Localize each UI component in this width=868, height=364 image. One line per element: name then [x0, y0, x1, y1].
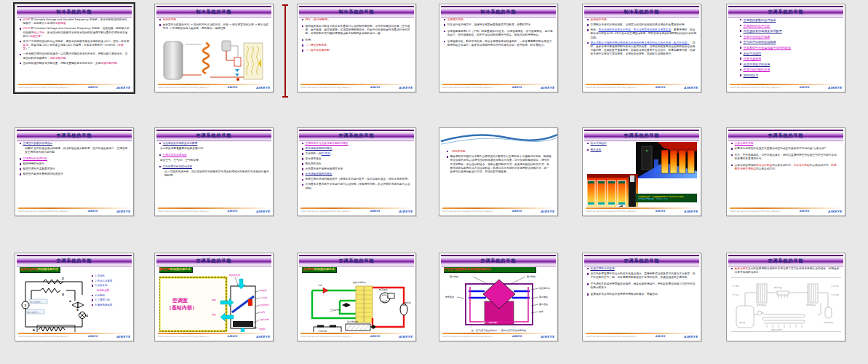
bullet-item: 1 压缩机 — [92, 274, 130, 278]
text-run: 由于广泛使用的压缩机为交流电机，需改变供电频率来改变电机转速 (DC)，国外一般… — [23, 40, 130, 43]
slide-thumbnail-9[interactable]: 空调系统的节能 空调系统中冷热媒传输中能耗的降低风系统输送能耗的降低先进风机（如… — [297, 127, 416, 216]
diagram-label-chip: 水冷机组 的自然冷却方式 — [302, 267, 337, 273]
bullet-item: 冷凝温度过低，影响节流供液：风冷冷凝器采用变转速风机，一般冬季需要控制冷凝压力保… — [444, 40, 554, 48]
text-run: 4 膨胀阀 — [95, 294, 105, 297]
text-run: 改善气流组织 — [591, 142, 607, 145]
slide-title: 制冷系统的节能 — [584, 7, 699, 15]
text-run: 置换送风 — [591, 149, 602, 151]
bullet-item: 改善气流组织 — [587, 142, 631, 146]
bullet-item: VVVF 即 Variable Voltage and Variable Fre… — [20, 18, 130, 26]
slide-thumbnail-7[interactable]: 空调系统的节能 空调室内参数的合理设定供暖时 室内外温差值大耗能高；供冷时温差值… — [15, 127, 134, 216]
svg-text:风机: 风机 — [539, 310, 544, 313]
bullet-marker — [302, 153, 303, 154]
slide-thumbnail-8[interactable]: 空调系统的节能 冷热源设备的选择及优化配置冷水机组选型最重要的性能参数COP空调… — [154, 127, 274, 216]
slide-body: 冷凝器的节能日常运行维护保养中，应保持冷凝器表面及盘管清洁畅通，必要时清洗。冷凝… — [444, 18, 554, 83]
diagram-label-chip: 基站空调 的自然冷却方式 — [159, 267, 193, 273]
slide-title: 空调系统的节能 — [299, 131, 414, 139]
bullet-marker — [20, 143, 21, 144]
svg-text:压缩机: 压缩机 — [405, 301, 411, 304]
bullet-item: 改善气流组织 — [740, 52, 841, 56]
bullet-item: 置换送风 — [587, 149, 631, 152]
airsys-logo: AIRSYS — [684, 335, 698, 339]
slide-thumbnail-2[interactable]: 制冷系统的节能 系统的节能：蒸发器内冷媒吸热气化 → 压缩机内气态冷媒升压、升温… — [154, 4, 274, 92]
thermal-caption-box: 机柜进风温度：冷热通道隔离后27℃以内占绝大多数， 气流组织明显改善，节能18~… — [636, 194, 697, 202]
bullet-marker — [740, 52, 741, 54]
slide-thumbnail-1[interactable]: 制冷系统的节能 VVVF 即 Variable Voltage and Vari… — [15, 4, 134, 92]
svg-text:自然冷却盘管: 自然冷却盘管 — [353, 281, 366, 284]
svg-text:蒸发冷凝盘管: 蒸发冷凝盘管 — [771, 328, 783, 331]
slide-thumbnail-4[interactable]: 制冷系统的节能 冷凝器的节能日常运行维护保养中，应保持冷凝器表面及盘管清洁畅通，… — [439, 4, 558, 92]
bullet-marker — [740, 63, 741, 65]
text-run: 提高空调水系统的输送效率（提高水泵的运行效率，加大供回水温差，优化水系统管理） — [306, 178, 410, 181]
svg-text:新风排风阀: 新风排风阀 — [229, 274, 240, 277]
text-run: 冷热源设备的选择及优化配置 — [163, 142, 198, 145]
slide-body: 空调系统中冷热媒传输中能耗的降低风系统输送能耗的降低先进风机（如EC风机）加大送… — [302, 142, 412, 207]
text-run: 日常运行维护保养中，应保持冷凝器表面及盘管清洁畅通，必要时清洗。 — [447, 23, 533, 26]
text-run: 自然冷源的节能 — [735, 142, 754, 145]
text-run: 空气处理过程的区域选择 — [163, 165, 193, 168]
bullet-item: 风系统输送能耗的降低 — [302, 147, 412, 151]
bullet-marker — [20, 158, 21, 159]
diagram-label-chip: 风冷冷水机组 的自然冷却方法 — [20, 267, 60, 273]
slide-thumbnail-13[interactable]: 空调系统的节能 风冷冷水机组 的自然冷却方法 出水温度探头 回水温度探头 — [15, 253, 134, 341]
slide-title-bar: 制冷系统的节能 — [17, 6, 132, 17]
bullet-marker — [302, 163, 303, 165]
diagram-legend: 1 压缩机2 风冷式冷凝器3 自然冷却盘管换热器4 膨胀阀5 三通调节阀6 蒸发… — [92, 274, 130, 308]
slide-body: EEV （电子膨胀阀）根据蒸发器出口制冷剂状态变化量进行自动控制开度控制，工作获… — [302, 18, 412, 83]
slide-footer: AIRSYS Refrigeration Engineering Technol… — [442, 84, 554, 90]
slide-thumbnail-18[interactable]: 空调系统的节能 蒸发冷凝式冷水机组是把制冷循环中常规冷凝工艺与冷却塔系统相结合的… — [726, 253, 845, 341]
slide-thumbnail-11[interactable]: 空调系统的节能 改善气流组织置换送风 — [582, 127, 701, 216]
evaporative-condenser-diagram-frame: 冷水回水 冷水供水 蓄冷罐 板式换热器 喷淋装置 板式换热器 冷冻水出 冷冻水回… — [731, 277, 841, 332]
bullet-item: 由于广泛使用的压缩机为交流电机，需改变供电频率来改变电机转速 (DC)，国外一般… — [20, 40, 130, 52]
bullet-marker — [20, 19, 21, 20]
slide-title-bar: 空调系统的节能 — [17, 255, 132, 266]
bullet-item: 低温空调技术的应用 — [587, 267, 697, 271]
text-run: VRV的节能 — [452, 150, 465, 153]
slide-body: VVVF 即 Variable Voltage and Variable Fre… — [20, 18, 130, 83]
text-run: 空调方式的合理选择 — [163, 154, 187, 157]
bullet-marker — [159, 24, 161, 25]
svg-text:送风机: 送风机 — [259, 328, 266, 331]
slide-title: 制冷系统的节能 — [441, 7, 556, 15]
bullet-item: 空调自动控制的应用 — [740, 68, 841, 72]
text-run: VVVF — [23, 18, 31, 21]
air-to-air-heat-exchanger-diagram: 室外排风 室外新风 热交换芯体 室内回风 室内送风 风机 机柜（发热设备） 隔离… — [444, 274, 554, 328]
slide-thumbnail-17[interactable]: 空调系统的节能 低温空调技术的应用当空气处理装置中的冷水机组换热温差增大，直接膨… — [582, 253, 701, 341]
svg-text:回风: 回风 — [212, 298, 216, 301]
bullet-item: 供暖时 室内外温差值大耗能高；供冷时温差值大能耗高，室内外温差值越小，空调负荷及… — [20, 147, 130, 155]
svg-text:出水温度探头: 出水温度探头 — [31, 301, 42, 304]
slide-thumbnail-15[interactable]: 空调系统的节能 水冷机组 的自然冷却方式 — [297, 253, 416, 341]
text-run: 风冷冷水机组 — [756, 164, 772, 167]
bullet-item: 根据空调室内参数要求区分 — [20, 167, 130, 171]
bullet-item: 3 自然冷却 — [92, 284, 130, 288]
bullet-marker — [587, 283, 589, 285]
slide-thumbnail-14[interactable]: 空调系统的节能 基站空调 的自然冷却方式 空调室 （基站内部） — [154, 253, 274, 341]
caption-line-2: 气流组织明显改善，节能18~23% — [638, 198, 695, 201]
bullet-item: 热回收的节能 — [587, 18, 697, 22]
text-run: 蒸发器内冷媒吸热气化 → 压缩机内气态冷媒升压、升温 → 经冷凝器放热冷凝 → … — [163, 23, 268, 30]
bullet-item: 根据使用时间区分 — [20, 162, 130, 166]
bullet-marker — [20, 173, 21, 175]
svg-text:3: 3 — [62, 293, 64, 296]
bullet-marker — [92, 299, 93, 301]
slide-thumbnail-10[interactable]: VRV的节能随着高档写字楼与大中型办公建筑及IDC数据中心空调系统十分推崇VRV… — [439, 127, 558, 216]
footer-center-logo: AIRSYS — [88, 86, 97, 89]
text-run: 恒定不变 — [33, 31, 44, 34]
slide-body: 风冷冷水机组 的自然冷却方法 出水温度探头 回水温度探头 1 2 3 — [20, 267, 130, 332]
slide-thumbnail-6[interactable]: 空调系统的节能 空调室内参数的合理设定空调房间的合理分区冷热源设备的选择及优化配… — [726, 4, 845, 92]
slide-title: 空调系统的节能 — [728, 131, 843, 139]
slide-body: 空气/空气热交换机组的自然冷却方式 室外排风 室外新风 热交换芯体 室内回风 室… — [444, 267, 554, 332]
text-run: 冷凝温度过低，影响节流供液：风冷冷凝器采用变转速风机，一般冬季需要控制冷凝压力保… — [447, 40, 552, 47]
slide-thumbnail-16[interactable]: 空调系统的节能 空气/空气热交换机组的自然冷却方式 室外排风 室外新风 热交换芯… — [439, 253, 558, 341]
text-run: 空调自动控制的应用 — [744, 68, 771, 71]
bullet-item: 盘管换热器 — [92, 289, 130, 293]
svg-text:冷却水池: 冷却水池 — [318, 330, 327, 333]
slide-thumbnail-5[interactable]: 制冷系统的节能 热回收的节能空调制冷系统的冷凝热回收，冷凝器冷却过程热回收也是冷… — [582, 4, 701, 92]
svg-text:回风机: 回风机 — [260, 289, 267, 292]
slide-thumbnail-12[interactable]: 空调系统的节能 自然冷源的节能冬季充分利用室外低温空气直接冷却室内或室内设备的方… — [726, 127, 845, 216]
text-run: 以一次回风系统为例，可以将回风空气和新风空气混合处理改为对新风空气单独进行集中预… — [164, 170, 269, 177]
refrigeration-cycle-diagram — [159, 39, 269, 83]
bullet-marker — [740, 25, 741, 26]
slide-thumbnail-3[interactable]: 制冷系统的节能 EEV （电子膨胀阀）根据蒸发器出口制冷剂状态变化量进行自动控制… — [297, 4, 416, 92]
airsys-logo: AIRSYS — [256, 335, 270, 339]
